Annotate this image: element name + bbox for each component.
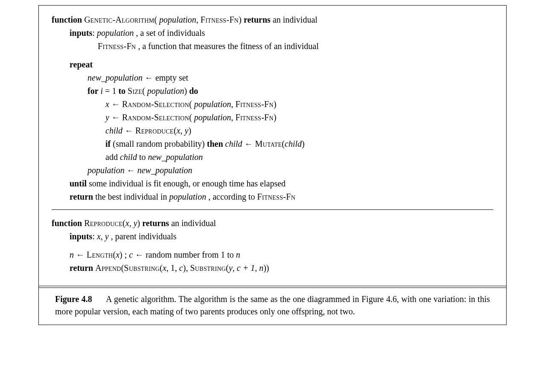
txt-parent-individuals: , parent individuals <box>111 232 177 241</box>
page: function Genetic-Algorithm( population, … <box>0 0 545 392</box>
fn-fitness: Fitness-Fn <box>201 15 239 24</box>
arrow: ← <box>76 250 87 259</box>
fn-fitness: Fitness-Fn <box>235 99 273 109</box>
var-new-population: new_population <box>137 166 192 175</box>
y-line: y ← Random-Selection( population, Fitnes… <box>52 111 493 124</box>
add-line: add child to new_population <box>52 151 493 164</box>
gap <box>52 243 493 248</box>
arrow: ← <box>111 113 122 122</box>
return-line: return the best individual in population… <box>52 190 493 203</box>
fn-reproduce: Reproduce <box>84 218 122 228</box>
figure-label: Figure 4.8 <box>55 294 92 304</box>
var-c: c <box>179 263 183 273</box>
signature-line: function Genetic-Algorithm( population, … <box>52 13 493 26</box>
kw-to: to <box>118 86 125 96</box>
fn-random-selection: Random-Selection <box>122 113 189 122</box>
txt-until-clause: some individual is fit enough, or enough… <box>89 179 286 188</box>
var-x: x <box>163 263 166 273</box>
fn-append: Append <box>95 263 121 273</box>
fn-fitness: Fitness-Fn <box>257 192 295 201</box>
inputs-line-3: inputs: x, y , parent individuals <box>52 230 493 243</box>
fn-substring: Substring <box>190 263 226 273</box>
one: 1 <box>171 263 175 273</box>
semicolon: ; <box>125 250 129 259</box>
kw-if: if <box>105 139 111 148</box>
txt-set-of-individuals: , a set of individuals <box>136 28 205 38</box>
algorithm-reproduce: function Reproduce(x, y) returns an indi… <box>39 212 506 282</box>
txt-return-best: the best individual in <box>95 192 169 201</box>
var-x: x <box>177 126 181 135</box>
algorithm-genetic: function Genetic-Algorithm( population, … <box>39 6 506 207</box>
kw-returns: returns <box>244 15 271 24</box>
kw-inputs: inputs <box>70 232 92 241</box>
var-population: population <box>194 113 231 122</box>
var-new-population: new_population <box>148 152 203 162</box>
var-n: n <box>259 263 263 273</box>
var-y: y <box>105 113 109 122</box>
repeat-line: repeat <box>52 58 493 71</box>
kw-for: for <box>87 86 99 96</box>
txt-add: add <box>105 152 120 162</box>
if-line: if (small random probability) then child… <box>52 137 493 151</box>
var-x: x <box>125 218 129 228</box>
var-child: child <box>105 126 122 135</box>
n-c-line: n ← Length(x) ; c ← random number from 1… <box>52 248 493 261</box>
fn-genetic-algorithm: Genetic-Algorithm <box>84 15 154 24</box>
txt-according-to: , according to <box>208 192 257 201</box>
txt-an-individual: an individual <box>171 218 216 228</box>
var-child: child <box>120 152 137 162</box>
arrow: ← <box>111 99 122 109</box>
kw-repeat: repeat <box>70 60 93 69</box>
divider <box>52 209 493 210</box>
arrow: ← <box>245 139 255 148</box>
var-population: population <box>169 192 207 201</box>
inputs-line-1: inputs: population , a set of individual… <box>52 26 493 40</box>
c-plus-1: c + 1 <box>237 263 255 273</box>
fn-size: Size <box>128 86 142 96</box>
double-rule-top <box>39 286 506 286</box>
var-y: y <box>105 232 109 241</box>
kw-function: function <box>52 15 82 24</box>
var-child: child <box>225 139 242 148</box>
kw-inputs: inputs <box>70 28 92 38</box>
child-line: child ← Reproduce(x, y) <box>52 124 493 137</box>
newpop-line: new_population ← empty set <box>52 71 493 84</box>
figure-box: function Genetic-Algorithm( population, … <box>38 5 507 325</box>
arrow: ← <box>135 250 146 259</box>
txt-to: to <box>139 152 148 162</box>
arrow: ← <box>145 73 155 82</box>
kw-then: then <box>207 139 223 148</box>
fn-fitness: Fitness-Fn <box>98 41 136 51</box>
var-x: x <box>97 232 101 241</box>
var-new-population: new_population <box>87 73 143 82</box>
var-population: population <box>147 86 184 96</box>
kw-return: return <box>70 263 93 273</box>
var-x: x <box>105 99 109 109</box>
fn-substring: Substring <box>124 263 160 273</box>
var-x: x <box>116 250 119 259</box>
var-population: population <box>97 28 134 38</box>
fn-reproduce: Reproduce <box>135 126 174 135</box>
var-population: population <box>87 166 125 175</box>
fn-mutate: Mutate <box>255 139 282 148</box>
kw-returns: returns <box>142 218 169 228</box>
kw-function: function <box>52 218 82 228</box>
txt-an-individual: an individual <box>273 15 318 24</box>
pop-assign-line: population ← new_population <box>52 164 493 177</box>
kw-until: until <box>70 179 87 188</box>
var-child: child <box>285 139 302 148</box>
var-i: i <box>101 86 103 96</box>
var-population: population <box>194 99 231 109</box>
var-c: c <box>129 250 133 259</box>
var-y: y <box>229 263 233 273</box>
until-line: until some individual is fit enough, or … <box>52 177 493 190</box>
txt-empty-set: empty set <box>155 73 188 82</box>
var-n: n <box>236 250 240 259</box>
var-y: y <box>134 218 137 228</box>
caption-text: A genetic algorithm. The algorithm is th… <box>55 294 490 316</box>
return-append-line: return Append(Substring(x, 1, c), Substr… <box>52 261 493 275</box>
x-line: x ← Random-Selection( population, Fitnes… <box>52 98 493 111</box>
caption: Figure 4.8 A genetic algorithm. The algo… <box>39 288 506 325</box>
arrow: ← <box>127 166 137 175</box>
txt-small-random: (small random probability) <box>113 139 207 148</box>
